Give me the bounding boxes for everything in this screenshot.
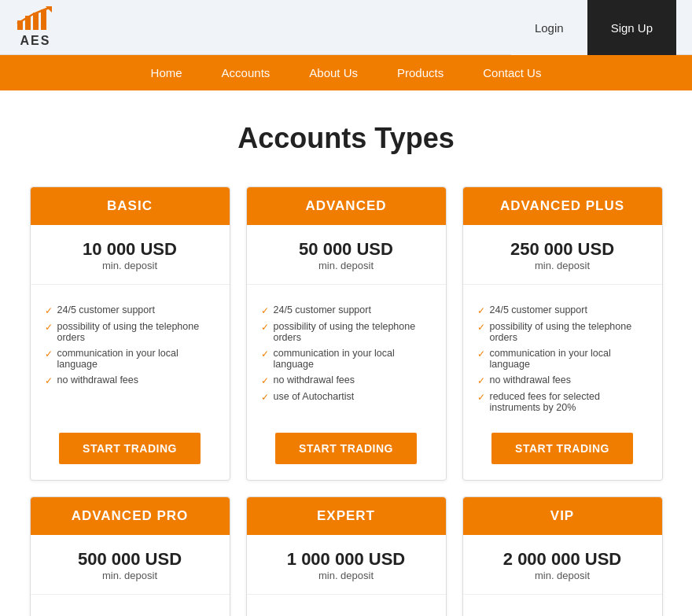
list-item: ✓communication in your local language <box>261 345 432 372</box>
card-header: ADVANCED PRO <box>31 497 230 535</box>
checkmark-icon: ✓ <box>45 375 53 386</box>
svg-rect-2 <box>33 13 39 30</box>
card-divider <box>463 284 662 285</box>
checkmark-icon: ✓ <box>261 305 269 316</box>
deposit-label: min. deposit <box>510 260 614 271</box>
list-item: ✓24/5 customer support <box>45 612 215 616</box>
deposit-label: min. deposit <box>78 570 182 581</box>
feature-text: 24/5 customer support <box>57 304 155 315</box>
card-deposit: 250 000 USDmin. deposit <box>510 239 614 271</box>
login-button[interactable]: Login <box>511 0 587 55</box>
checkmark-icon: ✓ <box>477 349 485 360</box>
checkmark-icon: ✓ <box>45 322 53 333</box>
feature-text: reduced fees for selected instruments by… <box>490 391 648 413</box>
deposit-amount: 2 000 000 USD <box>503 549 621 570</box>
card-header: ADVANCED <box>247 187 446 225</box>
logo: AES <box>16 6 55 48</box>
list-item: ✓no withdrawal fees <box>477 372 648 389</box>
nav-about[interactable]: About Us <box>305 66 362 79</box>
account-card-vip: VIP2 000 000 USDmin. deposit✓24/5 custom… <box>462 496 663 616</box>
card-features: ✓24/5 customer support✓possibility of us… <box>463 603 662 616</box>
checkmark-icon: ✓ <box>261 392 269 403</box>
deposit-amount: 500 000 USD <box>78 549 182 570</box>
card-features: ✓24/5 customer support✓possibility of us… <box>31 293 230 425</box>
card-header: ADVANCED PLUS <box>463 187 662 225</box>
card-deposit: 50 000 USDmin. deposit <box>299 239 393 271</box>
cards-container: BASIC10 000 USDmin. deposit✓24/5 custome… <box>0 179 692 616</box>
checkmark-icon: ✓ <box>477 392 485 403</box>
list-item: ✓possibility of using the telephone orde… <box>45 319 215 345</box>
list-item: ✓no withdrawal fees <box>261 372 432 389</box>
card-features: ✓24/5 customer support✓possibility of us… <box>247 293 446 425</box>
start-trading-button[interactable]: START TRADING <box>275 433 417 464</box>
card-deposit: 500 000 USDmin. deposit <box>78 549 182 581</box>
page-title-section: Accounts Types <box>0 90 692 179</box>
account-card-advanced-plus: ADVANCED PLUS250 000 USDmin. deposit✓24/… <box>462 186 663 481</box>
card-divider <box>247 284 446 285</box>
start-trading-button[interactable]: START TRADING <box>491 433 633 464</box>
nav-accounts[interactable]: Accounts <box>218 66 274 79</box>
card-divider <box>31 594 230 595</box>
card-type-label: BASIC <box>107 198 153 213</box>
card-features: ✓24/5 customer support✓possibility of us… <box>247 603 446 616</box>
signup-button[interactable]: Sign Up <box>587 0 676 55</box>
feature-text: possibility of using the telephone order… <box>57 321 215 343</box>
nav-contact[interactable]: Contact Us <box>479 66 545 79</box>
card-type-label: VIP <box>550 508 574 523</box>
start-trading-button[interactable]: START TRADING <box>59 433 201 464</box>
list-item: ✓possibility of using the telephone orde… <box>477 319 648 345</box>
card-divider <box>31 284 230 285</box>
checkmark-icon: ✓ <box>477 375 485 386</box>
list-item: ✓use of Autochartist <box>261 389 432 405</box>
checkmark-icon: ✓ <box>45 305 53 316</box>
feature-text: 24/5 customer support <box>274 304 371 315</box>
account-card-basic: BASIC10 000 USDmin. deposit✓24/5 custome… <box>30 186 230 481</box>
card-deposit: 1 000 000 USDmin. deposit <box>287 549 405 581</box>
nav-products[interactable]: Products <box>393 66 447 79</box>
checkmark-icon: ✓ <box>477 305 485 316</box>
logo-text: AES <box>20 34 51 48</box>
feature-text: communication in your local language <box>490 348 648 370</box>
list-item: ✓no withdrawal fees <box>45 372 215 389</box>
list-item: ✓24/5 customer support <box>261 302 432 319</box>
nav-home[interactable]: Home <box>147 66 186 79</box>
checkmark-icon: ✓ <box>45 349 53 360</box>
list-item: ✓communication in your local language <box>45 345 215 372</box>
feature-text: use of Autochartist <box>274 391 355 402</box>
list-item: ✓24/5 customer support <box>261 612 432 616</box>
feature-text: possibility of using the telephone order… <box>490 321 648 343</box>
card-deposit: 2 000 000 USDmin. deposit <box>503 549 621 581</box>
card-type-label: EXPERT <box>317 508 375 523</box>
checkmark-icon: ✓ <box>477 322 485 333</box>
checkmark-icon: ✓ <box>261 322 269 333</box>
feature-text: no withdrawal fees <box>57 374 139 385</box>
account-card-expert: EXPERT1 000 000 USDmin. deposit✓24/5 cus… <box>246 496 447 616</box>
account-card-advanced-pro: ADVANCED PRO500 000 USDmin. deposit✓24/5… <box>30 496 230 616</box>
list-item: ✓possibility of using the telephone orde… <box>261 319 432 345</box>
deposit-amount: 1 000 000 USD <box>287 549 405 570</box>
page-title: Accounts Types <box>16 122 676 155</box>
list-item: ✓communication in your local language <box>477 345 648 372</box>
account-card-advanced: ADVANCED50 000 USDmin. deposit✓24/5 cust… <box>246 186 447 481</box>
card-header: BASIC <box>31 187 230 225</box>
card-features: ✓24/5 customer support✓possibility of us… <box>31 603 230 616</box>
feature-text: communication in your local language <box>274 348 432 370</box>
card-deposit: 10 000 USDmin. deposit <box>83 239 177 271</box>
card-type-label: ADVANCED PLUS <box>500 198 624 213</box>
deposit-amount: 50 000 USD <box>299 239 393 260</box>
deposit-label: min. deposit <box>83 260 177 271</box>
deposit-amount: 10 000 USD <box>83 239 177 260</box>
deposit-label: min. deposit <box>503 570 621 581</box>
logo-icon <box>16 6 55 34</box>
navbar: Home Accounts About Us Products Contact … <box>0 55 692 90</box>
card-header: EXPERT <box>247 497 446 535</box>
feature-text: no withdrawal fees <box>490 374 572 385</box>
deposit-amount: 250 000 USD <box>510 239 614 260</box>
header-buttons: Login Sign Up <box>511 0 676 54</box>
card-type-label: ADVANCED PRO <box>72 508 189 523</box>
checkmark-icon: ✓ <box>261 349 269 360</box>
feature-text: communication in your local language <box>57 348 215 370</box>
card-header: VIP <box>463 497 662 535</box>
header: AES Login Sign Up <box>0 0 692 55</box>
deposit-label: min. deposit <box>299 260 393 271</box>
